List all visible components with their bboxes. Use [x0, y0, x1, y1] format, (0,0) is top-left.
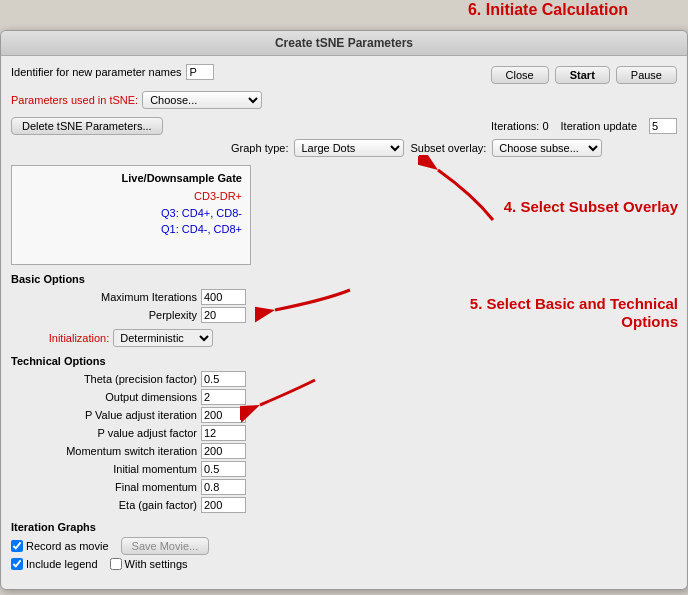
- p-val-adj-iter-label: P Value adjust iteration: [11, 409, 197, 421]
- final-momentum-label: Final momentum: [11, 481, 197, 493]
- iteration-graphs-title: Iteration Graphs: [11, 521, 251, 533]
- graphtype-label: Graph type:: [231, 142, 288, 154]
- iteration-graphs-row2: Include legend With settings: [11, 558, 251, 570]
- delete-button[interactable]: Delete tSNE Parameters...: [11, 117, 163, 135]
- init-momentum-label: Initial momentum: [11, 463, 197, 475]
- save-movie-button[interactable]: Save Movie...: [121, 537, 210, 555]
- identifier-input[interactable]: [186, 64, 214, 80]
- gate-item-1: CD3-DR+: [20, 188, 242, 205]
- close-button[interactable]: Close: [491, 66, 549, 84]
- header-buttons: Close Start Pause: [491, 66, 677, 84]
- record-movie-label[interactable]: Record as movie: [11, 540, 109, 552]
- subset-label: Subset overlay:: [410, 142, 486, 154]
- max-iter-input[interactable]: [201, 289, 246, 305]
- graphtype-row: Graph type: Large Dots Small Dots Densit…: [231, 139, 677, 157]
- final-momentum-input[interactable]: [201, 479, 246, 495]
- gate-item-2: Q3: CD4+, CD8-: [20, 205, 242, 222]
- gate-item-3: Q1: CD4-, CD8+: [20, 221, 242, 238]
- iteration-graphs-controls: Record as movie Save Movie...: [11, 537, 251, 555]
- init-select[interactable]: Deterministic Random: [113, 329, 213, 347]
- subset-select[interactable]: Choose subse...: [492, 139, 602, 157]
- params-select[interactable]: Choose...: [142, 91, 262, 109]
- init-momentum-input[interactable]: [201, 461, 246, 477]
- p-val-adj-iter-input[interactable]: [201, 407, 246, 423]
- basic-options-section: Basic Options Maximum Iterations Perplex…: [11, 273, 251, 347]
- tech-options-grid: Theta (precision factor) Output dimensio…: [11, 371, 251, 513]
- init-label: Initialization:: [49, 332, 110, 344]
- main-cols: Live/Downsample Gate CD3-DR+ Q3: CD4+, C…: [11, 165, 677, 570]
- max-iter-label: Maximum Iterations: [11, 291, 197, 303]
- momentum-switch-label: Momentum switch iteration: [11, 445, 197, 457]
- technical-options-section: Technical Options Theta (precision facto…: [11, 355, 251, 513]
- gate-title: Live/Downsample Gate: [20, 172, 242, 184]
- output-dim-input[interactable]: [201, 389, 246, 405]
- record-movie-checkbox[interactable]: [11, 540, 23, 552]
- basic-options-title: Basic Options: [11, 273, 251, 285]
- basic-options-grid: Maximum Iterations Perplexity: [11, 289, 251, 323]
- eta-input[interactable]: [201, 497, 246, 513]
- perplexity-label: Perplexity: [11, 309, 197, 321]
- include-legend-label[interactable]: Include legend: [11, 558, 98, 570]
- left-panel: Live/Downsample Gate CD3-DR+ Q3: CD4+, C…: [11, 165, 251, 570]
- dialog-title: Create tSNE Parameters: [275, 36, 413, 50]
- step4-annotation: 4. Select Subset Overlay: [488, 198, 678, 216]
- perplexity-input[interactable]: [201, 307, 246, 323]
- iterations-label: Iterations: 0: [491, 120, 548, 132]
- step5-annotation: 5. Select Basic and Technical Options: [468, 295, 678, 331]
- gate-box: Live/Downsample Gate CD3-DR+ Q3: CD4+, C…: [11, 165, 251, 265]
- dialog-titlebar: Create tSNE Parameters: [1, 31, 687, 56]
- pause-button[interactable]: Pause: [616, 66, 677, 84]
- with-settings-checkbox[interactable]: [110, 558, 122, 570]
- params-row: Parameters used in tSNE: Choose...: [11, 91, 677, 109]
- iteration-update-input[interactable]: [649, 118, 677, 134]
- p-val-adj-factor-input[interactable]: [201, 425, 246, 441]
- right-panel: [261, 165, 677, 570]
- start-button[interactable]: Start: [555, 66, 610, 84]
- iteration-graphs-section: Iteration Graphs Record as movie Save Mo…: [11, 521, 251, 570]
- identifier-label: Identifier for new parameter names: [11, 66, 182, 78]
- p-val-adj-factor-label: P value adjust factor: [11, 427, 197, 439]
- momentum-switch-input[interactable]: [201, 443, 246, 459]
- output-dim-label: Output dimensions: [11, 391, 197, 403]
- params-label: Parameters used in tSNE:: [11, 94, 138, 106]
- step6-annotation: 6. Initiate Calculation: [468, 0, 628, 19]
- identifier-row: Identifier for new parameter names: [11, 64, 214, 80]
- theta-input[interactable]: [201, 371, 246, 387]
- theta-label: Theta (precision factor): [11, 373, 197, 385]
- include-legend-checkbox[interactable]: [11, 558, 23, 570]
- technical-options-title: Technical Options: [11, 355, 251, 367]
- with-settings-label[interactable]: With settings: [110, 558, 188, 570]
- eta-label: Eta (gain factor): [11, 499, 197, 511]
- graphtype-select[interactable]: Large Dots Small Dots Density: [294, 139, 404, 157]
- iteration-update-label: Iteration update: [561, 120, 637, 132]
